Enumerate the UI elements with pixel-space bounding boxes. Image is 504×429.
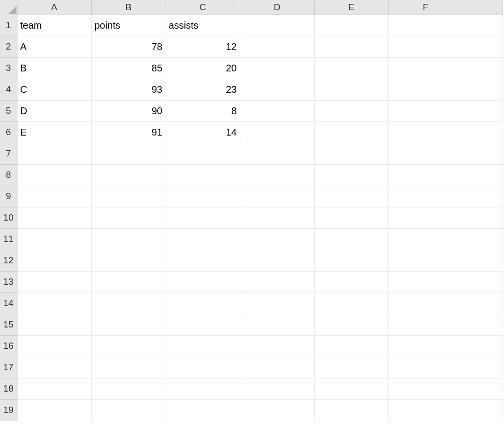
- cell-C19[interactable]: [166, 399, 240, 421]
- cell-G14[interactable]: [463, 292, 503, 314]
- cell-A18[interactable]: [17, 378, 91, 399]
- row-header-12[interactable]: 12: [0, 250, 17, 271]
- col-header-E[interactable]: E: [314, 0, 388, 15]
- cell-G7[interactable]: [463, 143, 503, 164]
- cell-G17[interactable]: [463, 357, 503, 378]
- row-header-19[interactable]: 19: [0, 399, 17, 421]
- cell-G4[interactable]: [463, 79, 503, 100]
- cell-F2[interactable]: [388, 36, 463, 57]
- cell-D14[interactable]: [240, 292, 314, 314]
- cell-D15[interactable]: [240, 314, 314, 335]
- cell-D13[interactable]: [240, 271, 314, 292]
- cell-F19[interactable]: [388, 399, 463, 421]
- cell-E15[interactable]: [314, 314, 388, 335]
- cell-B17[interactable]: [91, 357, 166, 378]
- cell-C15[interactable]: [166, 314, 240, 335]
- col-header-G[interactable]: [463, 0, 503, 15]
- cell-G15[interactable]: [463, 314, 503, 335]
- cell-G9[interactable]: [463, 186, 503, 207]
- cell-E16[interactable]: [314, 335, 388, 357]
- row-header-3[interactable]: 3: [0, 57, 17, 79]
- cell-F1[interactable]: [388, 15, 463, 36]
- cell-E1[interactable]: [314, 15, 388, 36]
- cell-B4[interactable]: 93: [91, 79, 166, 100]
- cell-G2[interactable]: [463, 36, 503, 57]
- cell-A10[interactable]: [17, 207, 91, 228]
- cell-E4[interactable]: [314, 79, 388, 100]
- cell-E3[interactable]: [314, 57, 388, 79]
- cell-B11[interactable]: [91, 228, 166, 250]
- cell-D4[interactable]: [240, 79, 314, 100]
- cell-A16[interactable]: [17, 335, 91, 357]
- cell-F11[interactable]: [388, 228, 463, 250]
- cell-A5[interactable]: D: [17, 100, 91, 121]
- cell-G1[interactable]: [463, 15, 503, 36]
- cell-A14[interactable]: [17, 292, 91, 314]
- cell-D5[interactable]: [240, 100, 314, 121]
- row-header-17[interactable]: 17: [0, 357, 17, 378]
- cell-D3[interactable]: [240, 57, 314, 79]
- cell-C11[interactable]: [166, 228, 240, 250]
- cell-B13[interactable]: [91, 271, 166, 292]
- row-header-10[interactable]: 10: [0, 207, 17, 228]
- cell-F12[interactable]: [388, 250, 463, 271]
- cell-F10[interactable]: [388, 207, 463, 228]
- cell-A1[interactable]: team: [17, 15, 91, 36]
- cell-E7[interactable]: [314, 143, 388, 164]
- cell-E10[interactable]: [314, 207, 388, 228]
- cell-D1[interactable]: [240, 15, 314, 36]
- cell-C4[interactable]: 23: [166, 79, 240, 100]
- cell-G6[interactable]: [463, 121, 503, 143]
- col-header-B[interactable]: B: [91, 0, 166, 15]
- cell-E17[interactable]: [314, 357, 388, 378]
- row-header-4[interactable]: 4: [0, 79, 17, 100]
- cell-A7[interactable]: [17, 143, 91, 164]
- cell-B14[interactable]: [91, 292, 166, 314]
- cell-E11[interactable]: [314, 228, 388, 250]
- cell-F18[interactable]: [388, 378, 463, 399]
- cell-D18[interactable]: [240, 378, 314, 399]
- cell-G18[interactable]: [463, 378, 503, 399]
- cell-G13[interactable]: [463, 271, 503, 292]
- cell-B15[interactable]: [91, 314, 166, 335]
- row-header-9[interactable]: 9: [0, 186, 17, 207]
- cell-G16[interactable]: [463, 335, 503, 357]
- cell-D6[interactable]: [240, 121, 314, 143]
- row-header-6[interactable]: 6: [0, 121, 17, 143]
- row-header-11[interactable]: 11: [0, 228, 17, 250]
- cell-B2[interactable]: 78: [91, 36, 166, 57]
- col-header-F[interactable]: F: [388, 0, 463, 15]
- cell-C9[interactable]: [166, 186, 240, 207]
- cell-G5[interactable]: [463, 100, 503, 121]
- cell-D10[interactable]: [240, 207, 314, 228]
- cell-E2[interactable]: [314, 36, 388, 57]
- cell-C7[interactable]: [166, 143, 240, 164]
- cell-B19[interactable]: [91, 399, 166, 421]
- spreadsheet-grid[interactable]: A B C D E F 1 team points assists 2 A 78…: [0, 0, 503, 421]
- cell-D11[interactable]: [240, 228, 314, 250]
- row-header-7[interactable]: 7: [0, 143, 17, 164]
- cell-B10[interactable]: [91, 207, 166, 228]
- cell-F15[interactable]: [388, 314, 463, 335]
- cell-B5[interactable]: 90: [91, 100, 166, 121]
- cell-F3[interactable]: [388, 57, 463, 79]
- cell-D2[interactable]: [240, 36, 314, 57]
- cell-C17[interactable]: [166, 357, 240, 378]
- cell-G19[interactable]: [463, 399, 503, 421]
- cell-C18[interactable]: [166, 378, 240, 399]
- cell-D17[interactable]: [240, 357, 314, 378]
- cell-D12[interactable]: [240, 250, 314, 271]
- cell-F9[interactable]: [388, 186, 463, 207]
- col-header-C[interactable]: C: [166, 0, 240, 15]
- cell-D7[interactable]: [240, 143, 314, 164]
- cell-E8[interactable]: [314, 164, 388, 186]
- cell-C2[interactable]: 12: [166, 36, 240, 57]
- cell-B18[interactable]: [91, 378, 166, 399]
- cell-C3[interactable]: 20: [166, 57, 240, 79]
- cell-A17[interactable]: [17, 357, 91, 378]
- cell-A13[interactable]: [17, 271, 91, 292]
- cell-C1[interactable]: assists: [166, 15, 240, 36]
- cell-F5[interactable]: [388, 100, 463, 121]
- cell-A9[interactable]: [17, 186, 91, 207]
- select-all-corner[interactable]: [0, 0, 17, 15]
